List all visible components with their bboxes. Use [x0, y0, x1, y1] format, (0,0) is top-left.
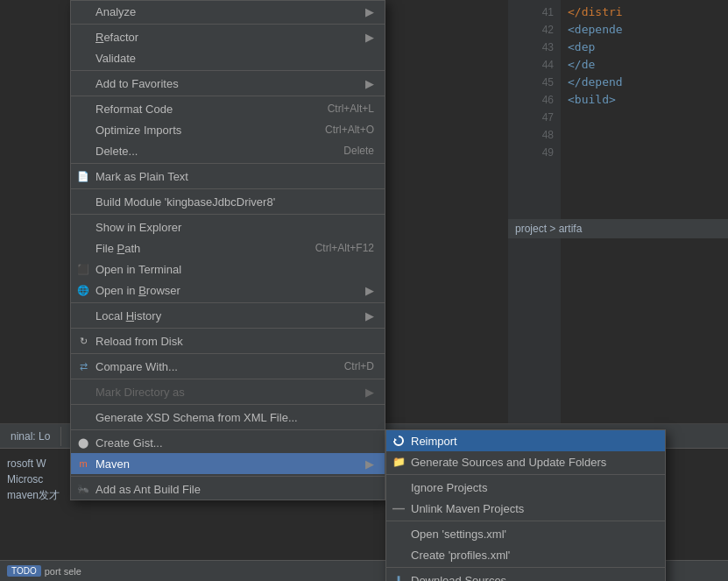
submenu-generate-sources[interactable]: 📁 Generate Sources and Update Folders: [386, 451, 665, 472]
unlink-icon: —: [392, 501, 406, 515]
menu-delete[interactable]: Delete... Delete: [71, 140, 385, 161]
separator: [71, 328, 385, 329]
separator: [71, 70, 385, 71]
menu-file-path[interactable]: File Path Ctrl+Alt+F12: [71, 237, 385, 259]
separator: [386, 521, 665, 521]
submenu-arrow-icon: ▶: [365, 386, 374, 399]
github-icon: ⬤: [76, 436, 90, 450]
submenu-open-settings-xml[interactable]: Open 'settings.xml': [386, 523, 665, 544]
menu-add-favorites[interactable]: Add to Favorites ▶: [71, 73, 385, 94]
ant-icon: 🐜: [76, 482, 90, 496]
code-editor: </distri <depende <dep </de </depend <bu…: [561, 0, 728, 219]
submenu-arrow-icon: ▶: [365, 309, 374, 322]
menu-show-in-explorer[interactable]: Show in Explorer: [71, 216, 385, 237]
separator: [71, 379, 385, 379]
submenu-arrow-icon: ▶: [365, 457, 374, 471]
reimport-icon: [392, 434, 406, 448]
browser-icon: 🌐: [76, 283, 90, 297]
submenu-arrow-icon: ▶: [365, 5, 374, 18]
context-menu-maven-sub: Reimport 📁 Generate Sources and Update F…: [385, 429, 666, 581]
menu-optimize-imports[interactable]: Optimize Imports Ctrl+Alt+O: [71, 119, 385, 140]
separator: [71, 24, 385, 25]
breadcrumb: project > artifa: [508, 219, 728, 238]
menu-refactor[interactable]: Refactor ▶: [71, 26, 385, 47]
submenu-arrow-icon: ▶: [365, 31, 374, 44]
download-icon: ⬇: [392, 573, 406, 581]
menu-mark-plain-text[interactable]: 📄 Mark as Plain Text: [71, 166, 385, 187]
plain-text-icon: 📄: [76, 169, 90, 183]
menu-create-gist[interactable]: ⬤ Create Gist...: [71, 432, 385, 453]
tab-terminal[interactable]: ninal: Lo: [0, 427, 61, 446]
separator: [71, 429, 385, 430]
terminal-icon: ⬛: [76, 262, 90, 276]
menu-build-module[interactable]: Build Module 'kingbaseJdbcDriver8': [71, 191, 385, 212]
context-menu-main: Analyze ▶ Refactor ▶ Validate Add to Fav…: [70, 0, 385, 500]
menu-open-terminal[interactable]: ⬛ Open in Terminal: [71, 259, 385, 280]
reload-icon: ↻: [76, 334, 90, 348]
menu-validate[interactable]: Validate: [71, 47, 385, 68]
todo-badge[interactable]: TODO: [7, 565, 41, 577]
menu-reformat-code[interactable]: Reformat Code Ctrl+Alt+L: [71, 98, 385, 119]
svg-marker-0: [394, 438, 397, 442]
separator: [71, 163, 385, 164]
separator: [71, 96, 385, 96]
separator: [71, 214, 385, 215]
separator: [386, 474, 665, 475]
separator: [71, 302, 385, 303]
menu-analyze[interactable]: Analyze ▶: [71, 1, 385, 22]
submenu-create-profiles-xml[interactable]: Create 'profiles.xml': [386, 544, 665, 565]
menu-add-ant-build[interactable]: 🐜 Add as Ant Build File: [71, 478, 385, 500]
menu-generate-xsd[interactable]: Generate XSD Schema from XML File...: [71, 407, 385, 428]
submenu-ignore-projects[interactable]: Ignore Projects: [386, 477, 665, 498]
submenu-download-sources[interactable]: ⬇ Download Sources: [386, 570, 665, 581]
generate-icon: 📁: [392, 455, 406, 469]
submenu-unlink-maven[interactable]: — Unlink Maven Projects: [386, 498, 665, 519]
menu-compare-with[interactable]: ⇄ Compare With... Ctrl+D: [71, 356, 385, 377]
separator: [71, 353, 385, 354]
menu-mark-directory[interactable]: Mark Directory as ▶: [71, 381, 385, 402]
maven-icon: m: [76, 457, 90, 471]
import-status-text: port sele: [45, 566, 81, 577]
separator: [386, 567, 665, 568]
menu-maven[interactable]: m Maven ▶: [71, 453, 385, 474]
submenu-reimport[interactable]: Reimport: [386, 430, 665, 451]
submenu-arrow-icon: ▶: [365, 77, 374, 90]
separator: [71, 404, 385, 405]
menu-open-browser[interactable]: 🌐 Open in Browser ▶: [71, 280, 385, 301]
submenu-arrow-icon: ▶: [365, 284, 374, 297]
separator: [71, 188, 385, 189]
separator: [71, 476, 385, 477]
menu-reload-disk[interactable]: ↻ Reload from Disk: [71, 330, 385, 351]
compare-icon: ⇄: [76, 359, 90, 373]
menu-local-history[interactable]: Local History ▶: [71, 305, 385, 326]
